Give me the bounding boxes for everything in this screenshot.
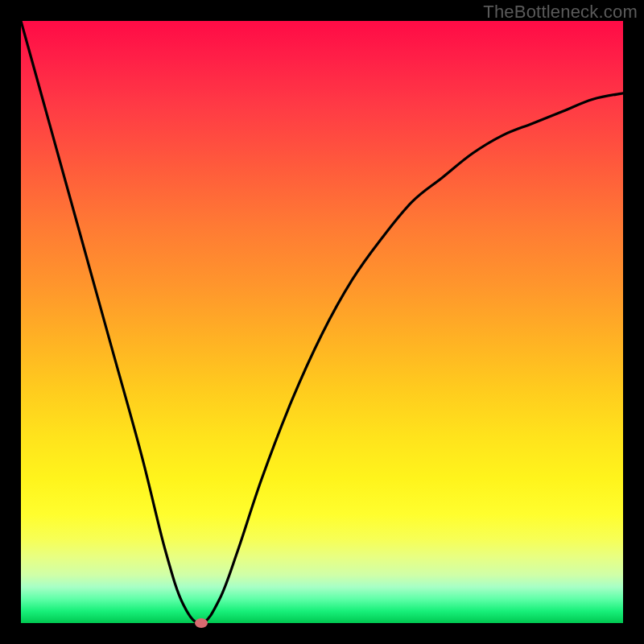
chart-frame: TheBottleneck.com <box>0 0 644 644</box>
plot-area <box>21 21 623 623</box>
bottleneck-curve <box>21 21 623 623</box>
watermark-text: TheBottleneck.com <box>483 2 638 23</box>
minimum-marker <box>195 618 208 628</box>
